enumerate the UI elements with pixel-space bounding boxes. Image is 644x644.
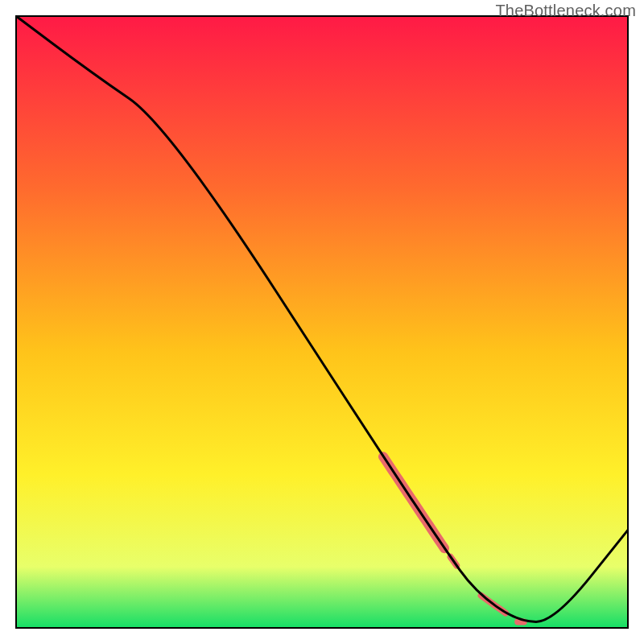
plot-background xyxy=(16,16,628,628)
chart-stage: TheBottleneck.com xyxy=(0,0,644,644)
bottleneck-chart xyxy=(0,0,644,644)
